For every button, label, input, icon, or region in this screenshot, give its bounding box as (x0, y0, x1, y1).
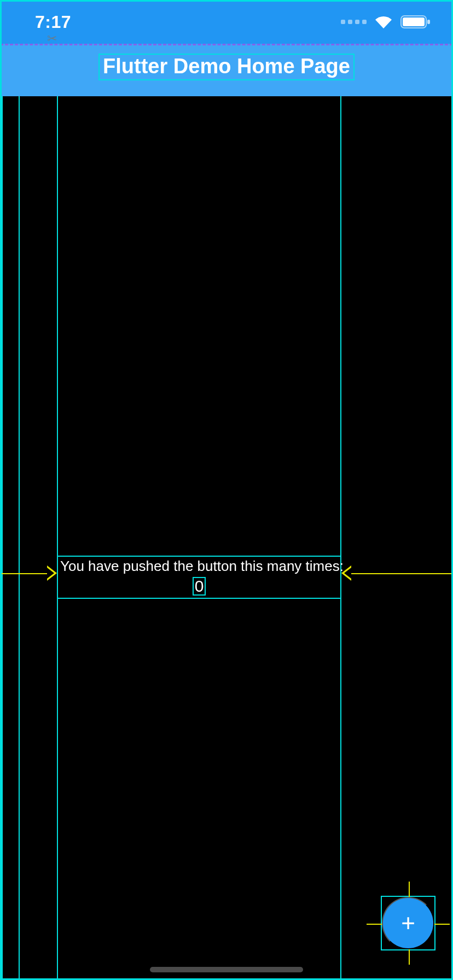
fab-debug-box: + (381, 896, 435, 950)
wifi-icon (374, 15, 393, 29)
cellular-icon (341, 20, 367, 24)
guide-line (19, 96, 20, 980)
svg-rect-1 (403, 18, 425, 26)
alignment-arrow-left (0, 573, 50, 574)
svg-rect-2 (427, 20, 430, 24)
scaffold-body: You have pushed the button this many tim… (0, 96, 453, 980)
increment-fab[interactable]: + (382, 897, 434, 949)
page-title: Flutter Demo Home Page (103, 55, 350, 78)
alignment-arrowhead (47, 568, 54, 579)
battery-icon (400, 15, 431, 29)
status-time: 7:17 (35, 12, 71, 32)
guide-line (2, 96, 3, 980)
center-column: You have pushed the button this many tim… (57, 556, 341, 599)
push-count-value: 0 (193, 577, 206, 596)
home-indicator (150, 967, 303, 972)
top-region: 7:17 ✂ Flutter Demo Home Page (0, 0, 453, 96)
plus-icon: + (401, 911, 415, 935)
guide-line (57, 96, 58, 980)
scissors-icon: ✂ (47, 32, 57, 46)
alignment-arrowhead (344, 568, 351, 579)
guide-line (340, 96, 341, 980)
status-icons (341, 15, 431, 29)
appbar-title-box: Flutter Demo Home Page (98, 54, 355, 80)
push-count-label: You have pushed the button this many tim… (58, 557, 340, 576)
status-bar: 7:17 (0, 0, 453, 44)
alignment-arrow-right (344, 573, 453, 574)
